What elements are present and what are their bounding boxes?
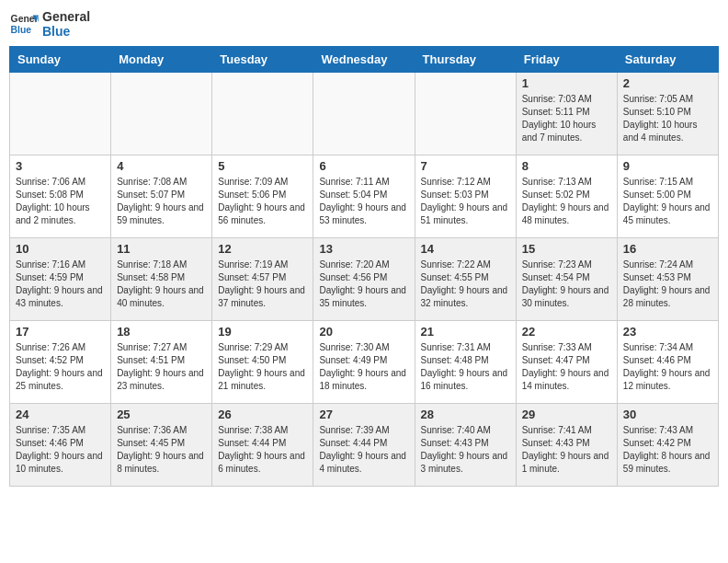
- day-number: 29: [522, 408, 611, 421]
- day-number: 20: [319, 325, 408, 339]
- day-number: 12: [218, 242, 307, 256]
- weekday-header-sunday: Sunday: [10, 47, 111, 73]
- day-number: 23: [623, 325, 712, 339]
- day-info: Sunrise: 7:15 AM Sunset: 5:00 PM Dayligh…: [623, 176, 712, 227]
- calendar-cell: 20Sunrise: 7:30 AM Sunset: 4:49 PM Dayli…: [313, 321, 415, 404]
- calendar-cell: 16Sunrise: 7:24 AM Sunset: 4:53 PM Dayli…: [617, 238, 718, 321]
- week-row-2: 3Sunrise: 7:06 AM Sunset: 5:08 PM Daylig…: [10, 155, 719, 238]
- page-header: General Blue General Blue: [9, 9, 719, 39]
- day-number: 27: [319, 408, 408, 421]
- day-number: 11: [117, 242, 206, 256]
- day-info: Sunrise: 7:38 AM Sunset: 4:44 PM Dayligh…: [218, 424, 307, 476]
- day-info: Sunrise: 7:05 AM Sunset: 5:10 PM Dayligh…: [623, 93, 712, 144]
- calendar-cell: 17Sunrise: 7:26 AM Sunset: 4:52 PM Dayli…: [10, 321, 111, 404]
- calendar-cell: 12Sunrise: 7:19 AM Sunset: 4:57 PM Dayli…: [212, 238, 313, 321]
- day-number: 22: [522, 325, 611, 339]
- calendar-cell: 24Sunrise: 7:35 AM Sunset: 4:46 PM Dayli…: [10, 404, 111, 487]
- week-row-1: 1Sunrise: 7:03 AM Sunset: 5:11 PM Daylig…: [10, 73, 719, 155]
- calendar-cell: 28Sunrise: 7:40 AM Sunset: 4:43 PM Dayli…: [415, 404, 516, 487]
- calendar-cell: [415, 73, 516, 155]
- calendar-cell: 4Sunrise: 7:08 AM Sunset: 5:07 PM Daylig…: [111, 155, 212, 238]
- calendar-table: SundayMondayTuesdayWednesdayThursdayFrid…: [9, 46, 719, 487]
- week-row-5: 24Sunrise: 7:35 AM Sunset: 4:46 PM Dayli…: [10, 404, 719, 487]
- day-info: Sunrise: 7:41 AM Sunset: 4:43 PM Dayligh…: [522, 424, 611, 476]
- day-number: 7: [421, 159, 510, 173]
- weekday-header-row: SundayMondayTuesdayWednesdayThursdayFrid…: [10, 47, 719, 73]
- day-info: Sunrise: 7:03 AM Sunset: 5:11 PM Dayligh…: [522, 93, 611, 144]
- day-info: Sunrise: 7:35 AM Sunset: 4:46 PM Dayligh…: [16, 424, 105, 476]
- day-info: Sunrise: 7:06 AM Sunset: 5:08 PM Dayligh…: [16, 176, 105, 227]
- calendar-cell: 22Sunrise: 7:33 AM Sunset: 4:47 PM Dayli…: [516, 321, 617, 404]
- weekday-header-thursday: Thursday: [415, 47, 516, 73]
- day-info: Sunrise: 7:16 AM Sunset: 4:59 PM Dayligh…: [16, 259, 105, 310]
- day-number: 10: [16, 242, 105, 256]
- day-number: 13: [319, 242, 408, 256]
- day-info: Sunrise: 7:22 AM Sunset: 4:55 PM Dayligh…: [421, 259, 510, 310]
- day-number: 28: [421, 408, 510, 421]
- day-number: 8: [522, 159, 611, 173]
- day-info: Sunrise: 7:30 AM Sunset: 4:49 PM Dayligh…: [319, 341, 408, 393]
- calendar-cell: 1Sunrise: 7:03 AM Sunset: 5:11 PM Daylig…: [516, 73, 617, 155]
- calendar-cell: 5Sunrise: 7:09 AM Sunset: 5:06 PM Daylig…: [212, 155, 313, 238]
- day-info: Sunrise: 7:08 AM Sunset: 5:07 PM Dayligh…: [117, 176, 206, 227]
- weekday-header-tuesday: Tuesday: [212, 47, 313, 73]
- day-number: 2: [623, 76, 712, 90]
- calendar-cell: 25Sunrise: 7:36 AM Sunset: 4:45 PM Dayli…: [111, 404, 212, 487]
- day-info: Sunrise: 7:13 AM Sunset: 5:02 PM Dayligh…: [522, 176, 611, 227]
- day-info: Sunrise: 7:12 AM Sunset: 5:03 PM Dayligh…: [421, 176, 510, 227]
- calendar-cell: 19Sunrise: 7:29 AM Sunset: 4:50 PM Dayli…: [212, 321, 313, 404]
- day-info: Sunrise: 7:40 AM Sunset: 4:43 PM Dayligh…: [421, 424, 510, 476]
- day-number: 18: [117, 325, 206, 339]
- calendar-cell: 11Sunrise: 7:18 AM Sunset: 4:58 PM Dayli…: [111, 238, 212, 321]
- day-info: Sunrise: 7:34 AM Sunset: 4:46 PM Dayligh…: [623, 341, 712, 393]
- day-info: Sunrise: 7:33 AM Sunset: 4:47 PM Dayligh…: [522, 341, 611, 393]
- day-number: 15: [522, 242, 611, 256]
- day-number: 24: [16, 408, 105, 421]
- day-info: Sunrise: 7:09 AM Sunset: 5:06 PM Dayligh…: [218, 176, 307, 227]
- day-info: Sunrise: 7:19 AM Sunset: 4:57 PM Dayligh…: [218, 259, 307, 310]
- calendar-cell: [10, 73, 111, 155]
- calendar-cell: 7Sunrise: 7:12 AM Sunset: 5:03 PM Daylig…: [415, 155, 516, 238]
- day-info: Sunrise: 7:11 AM Sunset: 5:04 PM Dayligh…: [319, 176, 408, 227]
- week-row-4: 17Sunrise: 7:26 AM Sunset: 4:52 PM Dayli…: [10, 321, 719, 404]
- day-number: 21: [421, 325, 510, 339]
- calendar-cell: 29Sunrise: 7:41 AM Sunset: 4:43 PM Dayli…: [516, 404, 617, 487]
- day-info: Sunrise: 7:39 AM Sunset: 4:44 PM Dayligh…: [319, 424, 408, 476]
- day-info: Sunrise: 7:24 AM Sunset: 4:53 PM Dayligh…: [623, 259, 712, 310]
- day-number: 16: [623, 242, 712, 256]
- day-info: Sunrise: 7:43 AM Sunset: 4:42 PM Dayligh…: [623, 424, 712, 476]
- day-number: 17: [16, 325, 105, 339]
- day-number: 30: [623, 408, 712, 421]
- day-info: Sunrise: 7:26 AM Sunset: 4:52 PM Dayligh…: [16, 341, 105, 393]
- day-info: Sunrise: 7:29 AM Sunset: 4:50 PM Dayligh…: [218, 341, 307, 393]
- day-number: 9: [623, 159, 712, 173]
- day-number: 4: [117, 159, 206, 173]
- calendar-cell: [212, 73, 313, 155]
- calendar-cell: 2Sunrise: 7:05 AM Sunset: 5:10 PM Daylig…: [617, 73, 718, 155]
- day-number: 25: [117, 408, 206, 421]
- calendar-cell: 10Sunrise: 7:16 AM Sunset: 4:59 PM Dayli…: [10, 238, 111, 321]
- day-info: Sunrise: 7:27 AM Sunset: 4:51 PM Dayligh…: [117, 341, 206, 393]
- calendar-cell: 18Sunrise: 7:27 AM Sunset: 4:51 PM Dayli…: [111, 321, 212, 404]
- calendar-cell: 8Sunrise: 7:13 AM Sunset: 5:02 PM Daylig…: [516, 155, 617, 238]
- weekday-header-friday: Friday: [516, 47, 617, 73]
- calendar-cell: 15Sunrise: 7:23 AM Sunset: 4:54 PM Dayli…: [516, 238, 617, 321]
- day-number: 5: [218, 159, 307, 173]
- day-info: Sunrise: 7:36 AM Sunset: 4:45 PM Dayligh…: [117, 424, 206, 476]
- calendar-cell: [111, 73, 212, 155]
- calendar-cell: 23Sunrise: 7:34 AM Sunset: 4:46 PM Dayli…: [617, 321, 718, 404]
- calendar-cell: 9Sunrise: 7:15 AM Sunset: 5:00 PM Daylig…: [617, 155, 718, 238]
- weekday-header-saturday: Saturday: [617, 47, 718, 73]
- logo-blue: Blue: [42, 24, 90, 39]
- calendar-cell: 13Sunrise: 7:20 AM Sunset: 4:56 PM Dayli…: [313, 238, 415, 321]
- day-number: 1: [522, 76, 611, 90]
- day-info: Sunrise: 7:23 AM Sunset: 4:54 PM Dayligh…: [522, 259, 611, 310]
- calendar-cell: 27Sunrise: 7:39 AM Sunset: 4:44 PM Dayli…: [313, 404, 415, 487]
- day-number: 19: [218, 325, 307, 339]
- day-info: Sunrise: 7:20 AM Sunset: 4:56 PM Dayligh…: [319, 259, 408, 310]
- weekday-header-wednesday: Wednesday: [313, 47, 415, 73]
- day-number: 3: [16, 159, 105, 173]
- logo: General Blue General Blue: [9, 9, 90, 39]
- svg-text:Blue: Blue: [11, 25, 32, 35]
- weekday-header-monday: Monday: [111, 47, 212, 73]
